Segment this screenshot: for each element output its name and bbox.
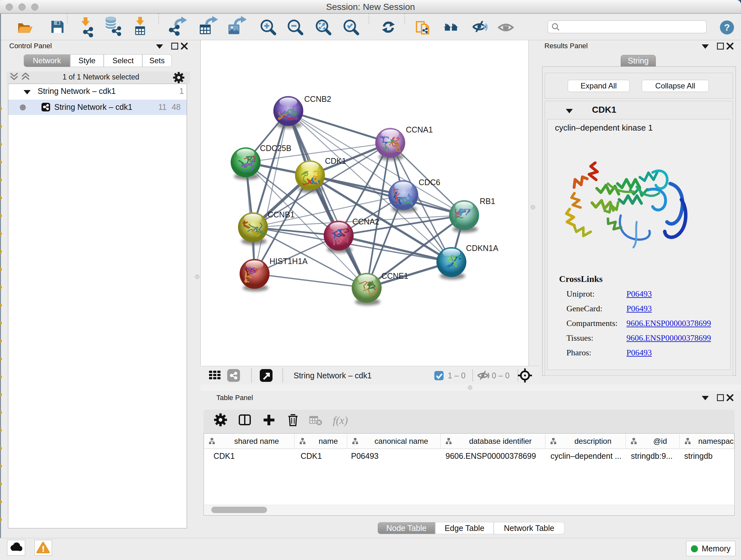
svg-text:0 – 0: 0 – 0 (492, 371, 510, 380)
svg-text:CCNE1: CCNE1 (381, 271, 408, 280)
svg-text:f(x): f(x) (333, 415, 348, 427)
svg-text:String Network – cdk1: String Network – cdk1 (293, 371, 372, 380)
svg-text:CCNA1: CCNA1 (406, 125, 433, 134)
svg-text:RB1: RB1 (480, 197, 495, 206)
svg-text:CCNB2: CCNB2 (304, 95, 331, 104)
svg-text:1 – 0: 1 – 0 (448, 371, 466, 380)
svg-text:CDC25B: CDC25B (260, 144, 291, 152)
svg-text:HIST1H1A: HIST1H1A (270, 257, 308, 266)
svg-text:CCNA2: CCNA2 (352, 217, 380, 226)
svg-text:CDK1: CDK1 (325, 157, 346, 165)
svg-text:CDKN1A: CDKN1A (466, 244, 498, 253)
svg-text:CDC6: CDC6 (419, 178, 441, 187)
svg-text:CCNB1: CCNB1 (268, 210, 295, 219)
